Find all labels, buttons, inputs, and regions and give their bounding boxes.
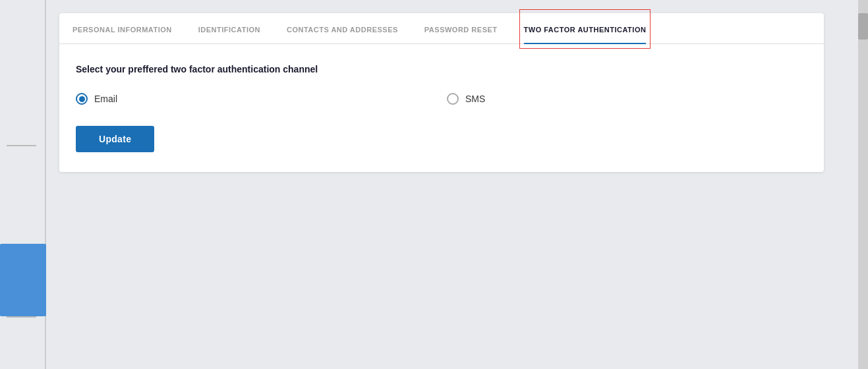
sidebar-line-1: [7, 145, 36, 146]
radio-option-email[interactable]: Email: [76, 93, 117, 105]
radio-label-email: Email: [94, 94, 117, 104]
tab-password-reset[interactable]: PASSWORD RESET: [424, 14, 498, 44]
radio-group: Email SMS: [76, 93, 807, 105]
tab-personal-information[interactable]: PERSONAL INFORMATION: [72, 14, 172, 44]
scrollbar-thumb[interactable]: [858, 13, 868, 40]
scrollbar[interactable]: [858, 0, 868, 369]
page-wrapper: PERSONAL INFORMATION IDENTIFICATION CONT…: [0, 0, 868, 369]
card-body: Select your preffered two factor authent…: [59, 44, 824, 172]
radio-circle-sms: [447, 93, 459, 105]
tab-contacts-and-addresses[interactable]: CONTACTS AND ADDRESSES: [287, 14, 398, 44]
tabs-bar: PERSONAL INFORMATION IDENTIFICATION CONT…: [59, 13, 824, 44]
settings-card: PERSONAL INFORMATION IDENTIFICATION CONT…: [59, 13, 824, 172]
radio-circle-email: [76, 93, 88, 105]
section-title: Select your preffered two factor authent…: [76, 64, 807, 74]
radio-option-sms[interactable]: SMS: [447, 93, 485, 105]
main-content: PERSONAL INFORMATION IDENTIFICATION CONT…: [46, 0, 858, 369]
radio-label-sms: SMS: [465, 94, 485, 104]
update-button[interactable]: Update: [76, 126, 154, 152]
tab-identification[interactable]: IDENTIFICATION: [198, 14, 260, 44]
sidebar-accent: [0, 244, 46, 316]
sidebar: [0, 0, 46, 369]
tab-two-factor-authentication[interactable]: TWO FACTOR AUTHENTICATION: [524, 14, 647, 44]
sidebar-line-2: [7, 316, 36, 318]
